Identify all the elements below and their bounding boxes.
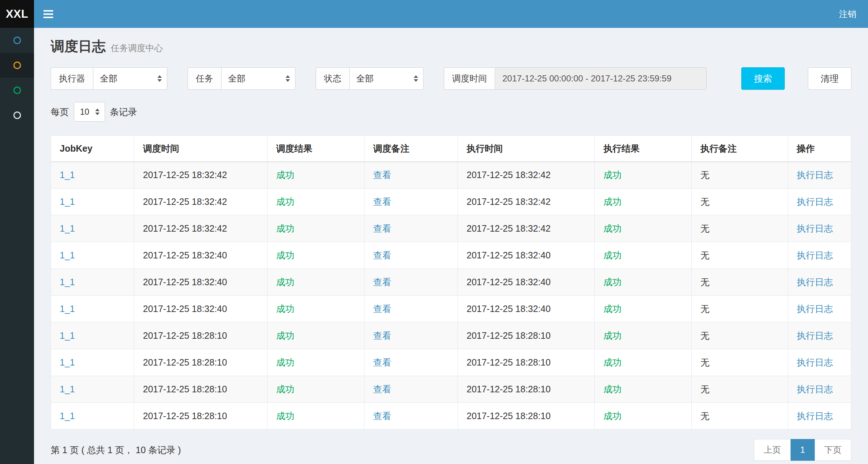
handle-msg-cell: 无: [692, 296, 788, 322]
execution-log-link[interactable]: 执行日志: [797, 411, 833, 421]
table-row: 1_1 2017-12-25 18:32:42 成功 查看 2017-12-25…: [51, 189, 851, 215]
handle-msg-cell: 无: [692, 242, 788, 269]
sidebar-item-menu-3[interactable]: [0, 78, 34, 103]
col-action: 操作: [788, 136, 851, 162]
trigger-time-cell: 2017-12-25 18:32:40: [134, 296, 267, 322]
handle-result-cell: 成功: [595, 162, 692, 189]
current-page-button[interactable]: 1: [791, 439, 815, 461]
execution-log-link[interactable]: 执行日志: [797, 197, 833, 207]
view-trigger-msg-link[interactable]: 查看: [373, 304, 391, 314]
handle-msg-cell: 无: [692, 349, 788, 376]
jobkey-link[interactable]: 1_1: [60, 357, 75, 367]
view-trigger-msg-link[interactable]: 查看: [373, 170, 391, 180]
job-filter-label: 任务: [187, 67, 221, 90]
col-handle-time: 执行时间: [458, 136, 595, 162]
execution-log-link[interactable]: 执行日志: [797, 384, 833, 394]
circle-icon: [13, 62, 21, 69]
executor-filter-select[interactable]: 全部: [93, 67, 167, 90]
sidebar-item-menu-4[interactable]: [0, 103, 34, 128]
handle-time-cell: 2017-12-25 18:28:10: [458, 349, 595, 376]
menu-icon: [43, 17, 53, 18]
trigger-time-cell: 2017-12-25 18:28:10: [134, 403, 267, 430]
view-trigger-msg-link[interactable]: 查看: [373, 250, 391, 260]
job-filter-select[interactable]: 全部: [221, 67, 295, 90]
handle-result-cell: 成功: [595, 269, 692, 296]
clear-button[interactable]: 清理: [808, 67, 851, 90]
jobkey-link[interactable]: 1_1: [60, 330, 75, 341]
view-trigger-msg-link[interactable]: 查看: [373, 330, 391, 341]
trigger-time-range-input[interactable]: 2017-12-25 00:00:00 - 2017-12-25 23:59:5…: [495, 67, 707, 90]
table-header-row: JobKey 调度时间 调度结果 调度备注 执行时间 执行结果 执行备注 操作: [51, 136, 851, 162]
menu-icon: [43, 10, 53, 12]
handle-time-cell: 2017-12-25 18:32:40: [458, 242, 595, 269]
select-arrows-icon: [95, 109, 100, 115]
view-trigger-msg-link[interactable]: 查看: [373, 384, 391, 394]
sidebar-toggle-button[interactable]: [34, 0, 62, 28]
main-content: 调度日志 任务调度中心 执行器 全部 任务 全部 状态 全部: [34, 28, 868, 461]
col-handle-msg: 执行备注: [692, 136, 788, 162]
view-trigger-msg-link[interactable]: 查看: [373, 197, 391, 207]
view-trigger-msg-link[interactable]: 查看: [373, 357, 391, 367]
trigger-result-cell: 成功: [267, 242, 365, 269]
col-handle-result: 执行结果: [595, 136, 692, 162]
handle-result-cell: 成功: [595, 322, 692, 349]
view-trigger-msg-link[interactable]: 查看: [373, 223, 391, 233]
trigger-time-cell: 2017-12-25 18:28:10: [134, 376, 267, 403]
execution-log-link[interactable]: 执行日志: [797, 357, 833, 367]
execution-log-link[interactable]: 执行日志: [797, 250, 833, 260]
trigger-result-cell: 成功: [267, 322, 365, 349]
select-arrows-icon: [157, 75, 162, 82]
execution-log-link[interactable]: 执行日志: [797, 277, 833, 287]
handle-msg-cell: 无: [692, 376, 788, 403]
table-row: 1_1 2017-12-25 18:32:42 成功 查看 2017-12-25…: [51, 162, 851, 189]
prev-page-button[interactable]: 上页: [754, 439, 791, 461]
execution-log-link[interactable]: 执行日志: [797, 330, 833, 341]
jobkey-link[interactable]: 1_1: [60, 250, 75, 260]
col-trigger-time: 调度时间: [134, 136, 267, 162]
trigger-time-cell: 2017-12-25 18:28:10: [134, 349, 267, 376]
handle-result-cell: 成功: [595, 242, 692, 269]
status-filter-group: 状态 全部: [316, 67, 424, 90]
jobkey-link[interactable]: 1_1: [60, 411, 75, 421]
trigger-time-cell: 2017-12-25 18:32:42: [134, 215, 267, 242]
sidebar-item-menu-1[interactable]: [0, 28, 34, 53]
handle-result-cell: 成功: [595, 403, 692, 430]
navbar-main: 注销: [34, 0, 868, 28]
select-arrows-icon: [286, 75, 290, 82]
table-row: 1_1 2017-12-25 18:32:42 成功 查看 2017-12-25…: [51, 215, 851, 242]
next-page-button[interactable]: 下页: [815, 439, 851, 461]
handle-result-cell: 成功: [595, 189, 692, 215]
execution-log-link[interactable]: 执行日志: [797, 170, 833, 180]
page-size-value: 10: [80, 107, 89, 117]
handle-time-cell: 2017-12-25 18:32:42: [458, 189, 595, 215]
executor-filter-value: 全部: [100, 73, 117, 84]
table-row: 1_1 2017-12-25 18:28:10 成功 查看 2017-12-25…: [51, 376, 851, 403]
logout-link[interactable]: 注销: [839, 8, 856, 20]
app-logo[interactable]: XXL: [0, 0, 34, 28]
jobkey-link[interactable]: 1_1: [60, 223, 75, 233]
menu-icon: [43, 13, 53, 15]
status-filter-select[interactable]: 全部: [349, 67, 424, 90]
search-button[interactable]: 搜索: [741, 67, 785, 90]
trigger-result-cell: 成功: [267, 269, 365, 296]
view-trigger-msg-link[interactable]: 查看: [373, 411, 391, 421]
page-size-select[interactable]: 10: [74, 102, 105, 122]
execution-log-link[interactable]: 执行日志: [797, 304, 833, 314]
filter-bar: 执行器 全部 任务 全部 状态 全部 调度时间 2017-12-25 00:00…: [51, 67, 851, 90]
table-row: 1_1 2017-12-25 18:28:10 成功 查看 2017-12-25…: [51, 403, 851, 430]
jobkey-link[interactable]: 1_1: [60, 384, 75, 394]
col-trigger-result: 调度结果: [267, 136, 365, 162]
view-trigger-msg-link[interactable]: 查看: [373, 277, 391, 287]
trigger-result-cell: 成功: [267, 162, 365, 189]
sidebar-menu: [0, 28, 34, 464]
circle-icon: [13, 87, 21, 94]
handle-msg-cell: 无: [692, 215, 788, 242]
jobkey-link[interactable]: 1_1: [60, 197, 75, 207]
jobkey-link[interactable]: 1_1: [60, 304, 75, 314]
handle-result-cell: 成功: [595, 376, 692, 403]
execution-log-link[interactable]: 执行日志: [797, 223, 833, 233]
trigger-result-cell: 成功: [267, 403, 365, 430]
jobkey-link[interactable]: 1_1: [60, 170, 75, 180]
jobkey-link[interactable]: 1_1: [60, 277, 75, 287]
sidebar-item-menu-2[interactable]: [0, 53, 34, 78]
